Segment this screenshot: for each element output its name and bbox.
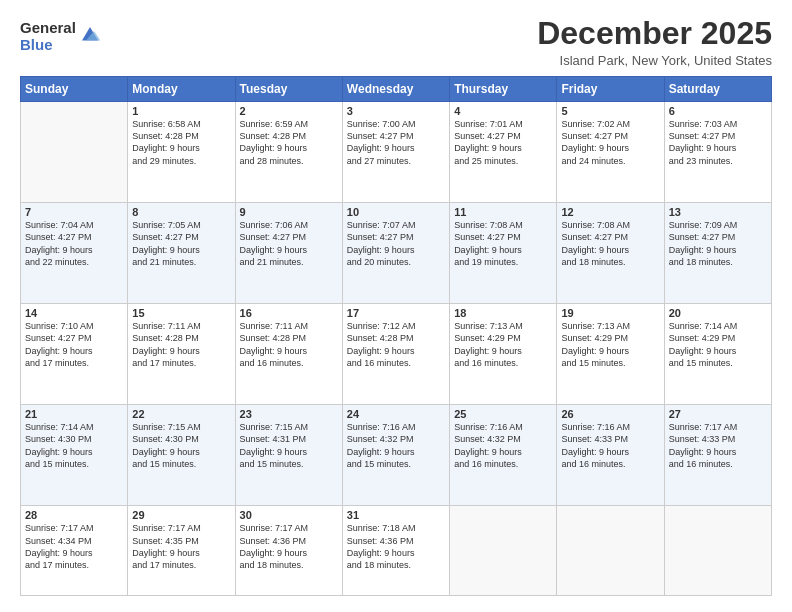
day-number: 7 bbox=[25, 206, 123, 218]
col-header-sunday: Sunday bbox=[21, 77, 128, 102]
day-info: Sunrise: 7:13 AM Sunset: 4:29 PM Dayligh… bbox=[454, 320, 552, 369]
calendar-cell: 28Sunrise: 7:17 AM Sunset: 4:34 PM Dayli… bbox=[21, 506, 128, 596]
day-info: Sunrise: 7:02 AM Sunset: 4:27 PM Dayligh… bbox=[561, 118, 659, 167]
calendar-cell bbox=[21, 102, 128, 203]
day-info: Sunrise: 7:09 AM Sunset: 4:27 PM Dayligh… bbox=[669, 219, 767, 268]
day-info: Sunrise: 7:16 AM Sunset: 4:32 PM Dayligh… bbox=[347, 421, 445, 470]
day-number: 14 bbox=[25, 307, 123, 319]
day-number: 2 bbox=[240, 105, 338, 117]
day-number: 16 bbox=[240, 307, 338, 319]
calendar-cell: 11Sunrise: 7:08 AM Sunset: 4:27 PM Dayli… bbox=[450, 203, 557, 304]
day-number: 25 bbox=[454, 408, 552, 420]
day-info: Sunrise: 7:04 AM Sunset: 4:27 PM Dayligh… bbox=[25, 219, 123, 268]
day-number: 22 bbox=[132, 408, 230, 420]
col-header-tuesday: Tuesday bbox=[235, 77, 342, 102]
location-subtitle: Island Park, New York, United States bbox=[537, 53, 772, 68]
calendar-cell: 27Sunrise: 7:17 AM Sunset: 4:33 PM Dayli… bbox=[664, 405, 771, 506]
day-info: Sunrise: 7:15 AM Sunset: 4:31 PM Dayligh… bbox=[240, 421, 338, 470]
calendar-cell: 18Sunrise: 7:13 AM Sunset: 4:29 PM Dayli… bbox=[450, 304, 557, 405]
day-number: 28 bbox=[25, 509, 123, 521]
col-header-saturday: Saturday bbox=[664, 77, 771, 102]
calendar-cell: 2Sunrise: 6:59 AM Sunset: 4:28 PM Daylig… bbox=[235, 102, 342, 203]
day-number: 17 bbox=[347, 307, 445, 319]
calendar-week-3: 14Sunrise: 7:10 AM Sunset: 4:27 PM Dayli… bbox=[21, 304, 772, 405]
day-number: 15 bbox=[132, 307, 230, 319]
day-number: 27 bbox=[669, 408, 767, 420]
day-number: 12 bbox=[561, 206, 659, 218]
calendar-week-1: 1Sunrise: 6:58 AM Sunset: 4:28 PM Daylig… bbox=[21, 102, 772, 203]
calendar-cell: 19Sunrise: 7:13 AM Sunset: 4:29 PM Dayli… bbox=[557, 304, 664, 405]
day-number: 29 bbox=[132, 509, 230, 521]
day-info: Sunrise: 7:16 AM Sunset: 4:33 PM Dayligh… bbox=[561, 421, 659, 470]
logo: General Blue bbox=[20, 20, 102, 53]
col-header-wednesday: Wednesday bbox=[342, 77, 449, 102]
day-info: Sunrise: 7:05 AM Sunset: 4:27 PM Dayligh… bbox=[132, 219, 230, 268]
calendar-cell: 20Sunrise: 7:14 AM Sunset: 4:29 PM Dayli… bbox=[664, 304, 771, 405]
calendar-cell: 13Sunrise: 7:09 AM Sunset: 4:27 PM Dayli… bbox=[664, 203, 771, 304]
logo-icon bbox=[78, 23, 102, 47]
day-info: Sunrise: 7:11 AM Sunset: 4:28 PM Dayligh… bbox=[240, 320, 338, 369]
calendar-cell: 26Sunrise: 7:16 AM Sunset: 4:33 PM Dayli… bbox=[557, 405, 664, 506]
page: General Blue December 2025 Island Park, … bbox=[0, 0, 792, 612]
day-info: Sunrise: 7:14 AM Sunset: 4:29 PM Dayligh… bbox=[669, 320, 767, 369]
day-info: Sunrise: 7:07 AM Sunset: 4:27 PM Dayligh… bbox=[347, 219, 445, 268]
calendar-week-5: 28Sunrise: 7:17 AM Sunset: 4:34 PM Dayli… bbox=[21, 506, 772, 596]
day-number: 1 bbox=[132, 105, 230, 117]
day-info: Sunrise: 7:03 AM Sunset: 4:27 PM Dayligh… bbox=[669, 118, 767, 167]
day-info: Sunrise: 7:18 AM Sunset: 4:36 PM Dayligh… bbox=[347, 522, 445, 571]
calendar-cell bbox=[557, 506, 664, 596]
calendar-cell: 4Sunrise: 7:01 AM Sunset: 4:27 PM Daylig… bbox=[450, 102, 557, 203]
calendar-cell: 31Sunrise: 7:18 AM Sunset: 4:36 PM Dayli… bbox=[342, 506, 449, 596]
col-header-monday: Monday bbox=[128, 77, 235, 102]
day-info: Sunrise: 7:14 AM Sunset: 4:30 PM Dayligh… bbox=[25, 421, 123, 470]
calendar-cell: 25Sunrise: 7:16 AM Sunset: 4:32 PM Dayli… bbox=[450, 405, 557, 506]
calendar-cell: 8Sunrise: 7:05 AM Sunset: 4:27 PM Daylig… bbox=[128, 203, 235, 304]
day-info: Sunrise: 7:12 AM Sunset: 4:28 PM Dayligh… bbox=[347, 320, 445, 369]
day-info: Sunrise: 7:17 AM Sunset: 4:35 PM Dayligh… bbox=[132, 522, 230, 571]
calendar-table: SundayMondayTuesdayWednesdayThursdayFrid… bbox=[20, 76, 772, 596]
calendar-cell: 15Sunrise: 7:11 AM Sunset: 4:28 PM Dayli… bbox=[128, 304, 235, 405]
day-number: 6 bbox=[669, 105, 767, 117]
calendar-cell bbox=[664, 506, 771, 596]
day-number: 30 bbox=[240, 509, 338, 521]
calendar-cell: 23Sunrise: 7:15 AM Sunset: 4:31 PM Dayli… bbox=[235, 405, 342, 506]
day-number: 5 bbox=[561, 105, 659, 117]
calendar-header-row: SundayMondayTuesdayWednesdayThursdayFrid… bbox=[21, 77, 772, 102]
calendar-week-4: 21Sunrise: 7:14 AM Sunset: 4:30 PM Dayli… bbox=[21, 405, 772, 506]
day-number: 21 bbox=[25, 408, 123, 420]
day-number: 18 bbox=[454, 307, 552, 319]
calendar-cell: 6Sunrise: 7:03 AM Sunset: 4:27 PM Daylig… bbox=[664, 102, 771, 203]
day-number: 4 bbox=[454, 105, 552, 117]
calendar-cell: 14Sunrise: 7:10 AM Sunset: 4:27 PM Dayli… bbox=[21, 304, 128, 405]
calendar-cell: 24Sunrise: 7:16 AM Sunset: 4:32 PM Dayli… bbox=[342, 405, 449, 506]
day-info: Sunrise: 7:01 AM Sunset: 4:27 PM Dayligh… bbox=[454, 118, 552, 167]
day-number: 20 bbox=[669, 307, 767, 319]
calendar-cell: 22Sunrise: 7:15 AM Sunset: 4:30 PM Dayli… bbox=[128, 405, 235, 506]
day-info: Sunrise: 7:17 AM Sunset: 4:34 PM Dayligh… bbox=[25, 522, 123, 571]
title-block: December 2025 Island Park, New York, Uni… bbox=[537, 16, 772, 68]
day-info: Sunrise: 7:15 AM Sunset: 4:30 PM Dayligh… bbox=[132, 421, 230, 470]
day-info: Sunrise: 7:16 AM Sunset: 4:32 PM Dayligh… bbox=[454, 421, 552, 470]
calendar-week-2: 7Sunrise: 7:04 AM Sunset: 4:27 PM Daylig… bbox=[21, 203, 772, 304]
calendar-cell: 3Sunrise: 7:00 AM Sunset: 4:27 PM Daylig… bbox=[342, 102, 449, 203]
day-info: Sunrise: 7:17 AM Sunset: 4:33 PM Dayligh… bbox=[669, 421, 767, 470]
day-info: Sunrise: 7:10 AM Sunset: 4:27 PM Dayligh… bbox=[25, 320, 123, 369]
day-info: Sunrise: 7:00 AM Sunset: 4:27 PM Dayligh… bbox=[347, 118, 445, 167]
day-number: 11 bbox=[454, 206, 552, 218]
day-info: Sunrise: 7:06 AM Sunset: 4:27 PM Dayligh… bbox=[240, 219, 338, 268]
day-number: 8 bbox=[132, 206, 230, 218]
calendar-cell bbox=[450, 506, 557, 596]
day-number: 31 bbox=[347, 509, 445, 521]
calendar-cell: 17Sunrise: 7:12 AM Sunset: 4:28 PM Dayli… bbox=[342, 304, 449, 405]
col-header-thursday: Thursday bbox=[450, 77, 557, 102]
calendar-cell: 29Sunrise: 7:17 AM Sunset: 4:35 PM Dayli… bbox=[128, 506, 235, 596]
month-title: December 2025 bbox=[537, 16, 772, 51]
calendar-cell: 1Sunrise: 6:58 AM Sunset: 4:28 PM Daylig… bbox=[128, 102, 235, 203]
col-header-friday: Friday bbox=[557, 77, 664, 102]
day-info: Sunrise: 7:08 AM Sunset: 4:27 PM Dayligh… bbox=[454, 219, 552, 268]
logo-general: General bbox=[20, 20, 76, 37]
day-info: Sunrise: 7:13 AM Sunset: 4:29 PM Dayligh… bbox=[561, 320, 659, 369]
day-info: Sunrise: 6:58 AM Sunset: 4:28 PM Dayligh… bbox=[132, 118, 230, 167]
day-number: 26 bbox=[561, 408, 659, 420]
day-number: 24 bbox=[347, 408, 445, 420]
